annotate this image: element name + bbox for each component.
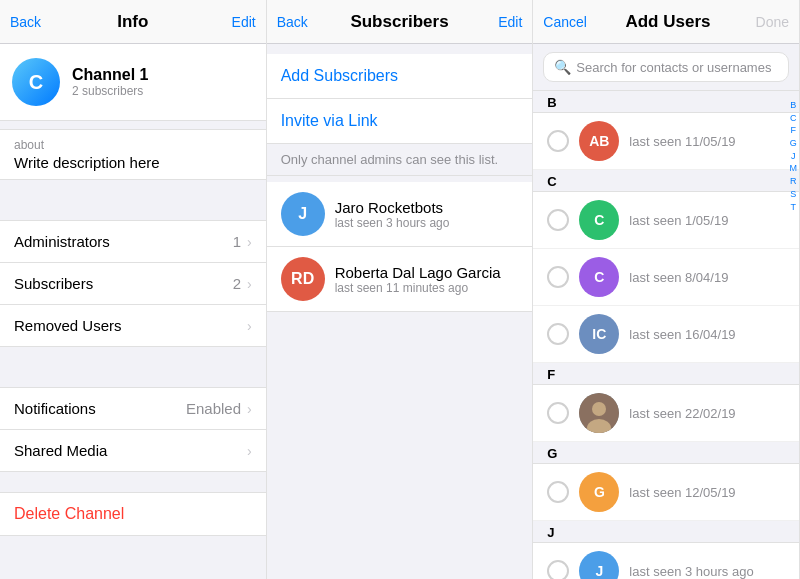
subscribers-nav-bar: Back Subscribers Edit: [267, 0, 533, 44]
index-g[interactable]: G: [790, 138, 797, 150]
contact-c1-radio[interactable]: [547, 209, 569, 231]
administrators-value: 1: [233, 233, 241, 250]
info-edit-button[interactable]: Edit: [216, 14, 256, 30]
subscribers-chevron-icon: ›: [247, 276, 252, 292]
subscriber-jaro-name: Jaro Rocketbots: [335, 199, 450, 216]
subscribers-panel: Back Subscribers Edit Add Subscribers In…: [267, 0, 534, 579]
contact-ab[interactable]: AB last seen 11/05/19: [533, 113, 799, 170]
contact-c2-radio[interactable]: [547, 266, 569, 288]
spacer-top: [267, 44, 533, 54]
add-users-nav-bar: Cancel Add Users Done: [533, 0, 799, 44]
add-subscribers-button[interactable]: Add Subscribers: [267, 54, 533, 99]
subscribers-edit-button[interactable]: Edit: [482, 14, 522, 30]
subscribers-nav-title: Subscribers: [317, 12, 483, 32]
channel-name: Channel 1: [72, 66, 148, 84]
section-f: F: [533, 363, 799, 385]
notifications-section: Notifications Enabled › Shared Media ›: [0, 387, 266, 472]
admin-section: Administrators 1 › Subscribers 2 › Remov…: [0, 220, 266, 347]
administrators-row[interactable]: Administrators 1 ›: [0, 221, 266, 263]
only-admins-notice: Only channel admins can see this list.: [267, 144, 533, 176]
index-b[interactable]: B: [790, 100, 796, 112]
delete-channel-row[interactable]: Delete Channel: [0, 492, 266, 536]
subscribers-label: Subscribers: [14, 275, 233, 292]
spacer3: [0, 347, 266, 367]
info-panel: Back Info Edit C Channel 1 2 subscribers…: [0, 0, 267, 579]
spacer1: [0, 121, 266, 129]
spacer2: [0, 180, 266, 200]
contact-ic-seen: last seen 16/04/19: [629, 327, 735, 342]
contact-ic[interactable]: IC last seen 16/04/19: [533, 306, 799, 363]
contact-f1[interactable]: last seen 22/02/19: [533, 385, 799, 442]
channel-info: Channel 1 2 subscribers: [72, 66, 148, 98]
administrators-label: Administrators: [14, 233, 233, 250]
removed-users-row[interactable]: Removed Users ›: [0, 305, 266, 346]
contact-f1-radio[interactable]: [547, 402, 569, 424]
contact-ab-seen: last seen 11/05/19: [629, 134, 735, 149]
search-placeholder: Search for contacts or usernames: [576, 60, 771, 75]
section-b: B: [533, 91, 799, 113]
search-bar[interactable]: 🔍 Search for contacts or usernames: [543, 52, 789, 82]
contact-g1-seen: last seen 12/05/19: [629, 485, 735, 500]
contact-ic-radio[interactable]: [547, 323, 569, 345]
index-c[interactable]: C: [790, 113, 797, 125]
subscriber-roberta-name: Roberta Dal Lago Garcia: [335, 264, 501, 281]
contact-g1[interactable]: G last seen 12/05/19: [533, 464, 799, 521]
subscribers-row[interactable]: Subscribers 2 ›: [0, 263, 266, 305]
subscriber-jaro-info: Jaro Rocketbots last seen 3 hours ago: [335, 199, 450, 230]
info-back-button[interactable]: Back: [10, 14, 50, 30]
add-users-done-button[interactable]: Done: [749, 14, 789, 30]
index-m[interactable]: M: [790, 163, 798, 175]
invite-via-link-button[interactable]: Invite via Link: [267, 99, 533, 143]
contact-g1-avatar: G: [579, 472, 619, 512]
about-label: about: [14, 138, 252, 152]
index-sidebar: B C F G J M R S T: [790, 100, 798, 213]
info-nav-title: Info: [50, 12, 216, 32]
shared-media-chevron-icon: ›: [247, 443, 252, 459]
contact-c2-seen: last seen 8/04/19: [629, 270, 728, 285]
info-nav-bar: Back Info Edit: [0, 0, 266, 44]
index-f[interactable]: F: [791, 125, 797, 137]
contact-ic-avatar: IC: [579, 314, 619, 354]
notifications-value: Enabled: [186, 400, 241, 417]
subscriber-jaro-seen: last seen 3 hours ago: [335, 216, 450, 230]
contact-j1-radio[interactable]: [547, 560, 569, 579]
subscriber-roberta-seen: last seen 11 minutes ago: [335, 281, 501, 295]
index-s[interactable]: S: [790, 189, 796, 201]
contact-ab-avatar: AB: [579, 121, 619, 161]
action-section: Add Subscribers Invite via Link: [267, 54, 533, 144]
subscriber-jaro-avatar: J: [281, 192, 325, 236]
contact-f1-seen: last seen 22/02/19: [629, 406, 735, 421]
contact-j1-avatar: J: [579, 551, 619, 579]
subscribers-content: Add Subscribers Invite via Link Only cha…: [267, 44, 533, 579]
info-content: C Channel 1 2 subscribers about Write de…: [0, 44, 266, 579]
index-r[interactable]: R: [790, 176, 797, 188]
contact-c2[interactable]: C last seen 8/04/19: [533, 249, 799, 306]
contact-ab-radio[interactable]: [547, 130, 569, 152]
subscribers-value: 2: [233, 275, 241, 292]
notifications-label: Notifications: [14, 400, 186, 417]
delete-channel-label: Delete Channel: [14, 505, 124, 522]
shared-media-row[interactable]: Shared Media ›: [0, 430, 266, 471]
subscriber-roberta-info: Roberta Dal Lago Garcia last seen 11 min…: [335, 264, 501, 295]
index-t[interactable]: T: [791, 202, 797, 214]
subscribers-back-button[interactable]: Back: [277, 14, 317, 30]
subscriber-roberta[interactable]: RD Roberta Dal Lago Garcia last seen 11 …: [267, 247, 533, 312]
svg-point-1: [592, 402, 606, 416]
contact-j1[interactable]: J last seen 3 hours ago: [533, 543, 799, 579]
index-j[interactable]: J: [791, 151, 796, 163]
about-section: about Write description here: [0, 129, 266, 180]
add-users-nav-title: Add Users: [587, 12, 749, 32]
search-bar-wrapper: 🔍 Search for contacts or usernames: [533, 44, 799, 91]
contact-j1-seen: last seen 3 hours ago: [629, 564, 753, 579]
notifications-chevron-icon: ›: [247, 401, 252, 417]
subscriber-jaro[interactable]: J Jaro Rocketbots last seen 3 hours ago: [267, 182, 533, 247]
removed-users-label: Removed Users: [14, 317, 247, 334]
channel-avatar: C: [12, 58, 60, 106]
channel-header: C Channel 1 2 subscribers: [0, 44, 266, 121]
contact-c1[interactable]: C last seen 1/05/19: [533, 192, 799, 249]
notifications-row[interactable]: Notifications Enabled ›: [0, 388, 266, 430]
about-value: Write description here: [14, 154, 252, 171]
add-users-content: B AB last seen 11/05/19 C C last seen 1/…: [533, 91, 799, 579]
add-users-cancel-button[interactable]: Cancel: [543, 14, 587, 30]
contact-g1-radio[interactable]: [547, 481, 569, 503]
